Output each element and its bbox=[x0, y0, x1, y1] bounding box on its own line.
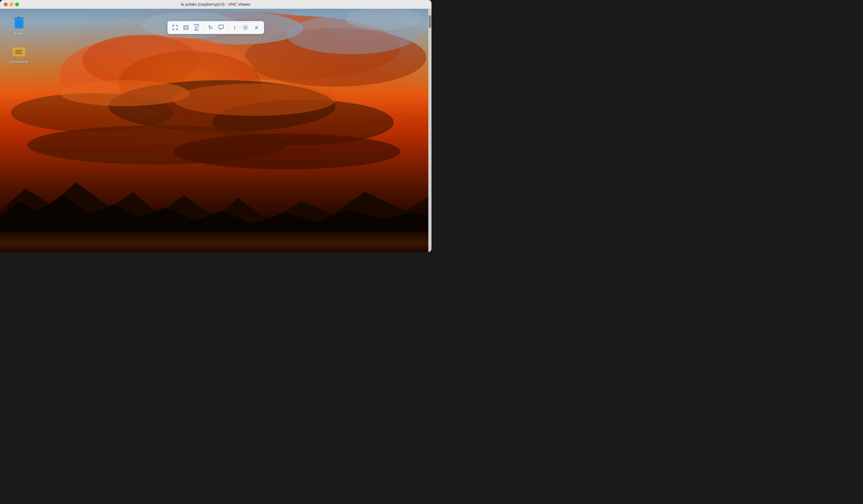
settings-button[interactable] bbox=[240, 23, 251, 33]
trash-graphic bbox=[11, 15, 27, 30]
svg-rect-32 bbox=[185, 27, 187, 28]
minimize-button[interactable] bbox=[10, 2, 13, 7]
svg-rect-28 bbox=[15, 50, 23, 51]
close-button[interactable] bbox=[4, 2, 8, 7]
right-scrollbar[interactable] bbox=[428, 9, 432, 252]
svg-rect-31 bbox=[184, 26, 188, 29]
documents-icon-container[interactable]: Documents bbox=[7, 43, 32, 65]
svg-rect-30 bbox=[15, 53, 22, 54]
vnc-toolbar: CTRLALTDEL ↻ i ✕ bbox=[167, 21, 264, 34]
svg-point-16 bbox=[173, 83, 336, 116]
water-reflection bbox=[0, 231, 432, 252]
refresh-button[interactable]: ↻ bbox=[205, 23, 215, 33]
maximize-button[interactable] bbox=[15, 2, 19, 7]
svg-point-1 bbox=[173, 12, 336, 57]
toolbar-sep-2 bbox=[228, 24, 228, 31]
documents-label: Documents bbox=[8, 60, 30, 65]
vnc-content[interactable]: Trash bbox=[0, 9, 432, 252]
ctrl-alt-del-button[interactable]: CTRLALTDEL bbox=[192, 23, 202, 33]
svg-point-11 bbox=[345, 9, 423, 30]
svg-rect-22 bbox=[17, 17, 21, 18]
svg-line-24 bbox=[17, 20, 17, 27]
svg-point-17 bbox=[27, 126, 287, 165]
fullscreen-button[interactable] bbox=[170, 23, 180, 33]
scrollbar-thumb[interactable] bbox=[429, 15, 431, 28]
traffic-lights bbox=[4, 2, 19, 7]
window-title: le potato (raspberrypi:0) - VNC Viewer bbox=[181, 2, 251, 7]
trash-label: Trash bbox=[13, 32, 25, 37]
svg-point-14 bbox=[11, 93, 173, 132]
svg-line-26 bbox=[21, 20, 21, 27]
trash-icon-container[interactable]: Trash bbox=[7, 15, 32, 37]
desktop-background: Trash bbox=[0, 9, 432, 252]
mac-window: le potato (raspberrypi:0) - VNC Viewer bbox=[0, 0, 432, 252]
svg-rect-29 bbox=[15, 52, 22, 53]
svg-point-33 bbox=[245, 27, 247, 28]
svg-point-13 bbox=[212, 100, 394, 145]
svg-point-15 bbox=[60, 80, 189, 106]
svg-point-6 bbox=[118, 51, 261, 116]
info-button[interactable]: i bbox=[230, 23, 240, 33]
fit-window-button[interactable] bbox=[181, 23, 191, 33]
svg-point-4 bbox=[60, 35, 254, 113]
desktop-icons: Trash bbox=[0, 9, 38, 71]
svg-point-2 bbox=[245, 28, 426, 87]
svg-point-10 bbox=[287, 15, 417, 54]
chat-button[interactable] bbox=[216, 23, 226, 33]
toolbar-close-button[interactable]: ✕ bbox=[251, 23, 261, 33]
svg-point-12 bbox=[108, 80, 336, 132]
toolbar-sep-1 bbox=[203, 24, 204, 31]
svg-point-5 bbox=[83, 35, 199, 87]
title-bar: le potato (raspberrypi:0) - VNC Viewer bbox=[0, 0, 432, 9]
documents-graphic bbox=[11, 43, 27, 58]
